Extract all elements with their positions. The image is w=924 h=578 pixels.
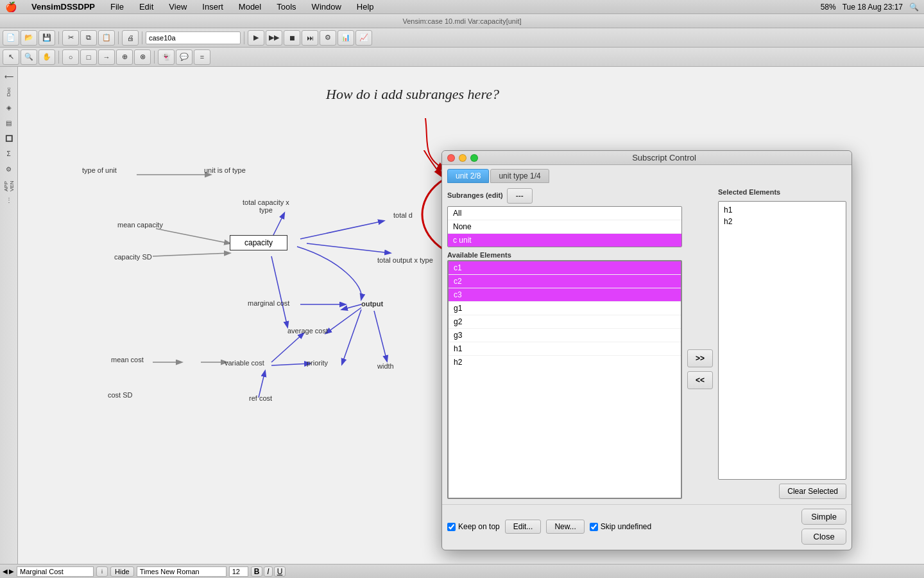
search-icon[interactable]: 🔍 [909, 3, 919, 12]
italic-button[interactable]: I [264, 566, 272, 577]
hide-button[interactable]: Hide [110, 566, 134, 577]
traffic-light-close[interactable] [447, 154, 455, 162]
statusbar: ◀ ▶ Marginal Cost i Hide Times New Roman… [0, 564, 924, 578]
traffic-light-minimize[interactable] [459, 154, 466, 162]
avail-item-h2[interactable]: h2 [449, 356, 681, 369]
sidebar-icon-1[interactable]: ⟵ [2, 69, 16, 83]
menu-view[interactable]: View [165, 0, 191, 13]
toolbar-stop[interactable]: ⏹ [284, 30, 300, 46]
toolbar-ghost[interactable]: 👻 [158, 49, 175, 65]
move-left-button[interactable]: << [687, 371, 713, 389]
svg-line-15 [271, 256, 287, 327]
tab-unit[interactable]: unit 2/8 [447, 169, 489, 183]
svg-line-2 [153, 253, 230, 256]
toolbar-copy[interactable]: ⧉ [80, 30, 97, 46]
menu-window[interactable]: Window [308, 0, 345, 13]
new-button[interactable]: New... [546, 520, 584, 534]
skip-undefined-label: Skip undefined [601, 522, 651, 531]
sidebar-icon-7[interactable]: ⋮ [2, 193, 16, 207]
traffic-light-maximize[interactable] [470, 154, 478, 162]
avail-item-c3[interactable]: c3 [449, 288, 681, 302]
dialog-tabs: unit 2/8 unit type 1/4 [442, 165, 851, 183]
toolbar-paste[interactable]: 📋 [98, 30, 115, 46]
toolbar-zoom[interactable]: 🔍 [21, 49, 37, 65]
toolbar-b5[interactable]: ⊗ [134, 49, 151, 65]
toolbar-step[interactable]: ⏭ [302, 30, 318, 46]
close-button[interactable]: Close [801, 529, 846, 545]
sidebar-icon-3[interactable]: ▤ [2, 116, 16, 130]
toolbar-run[interactable]: ▶ [248, 30, 264, 46]
avail-item-h1[interactable]: h1 [449, 342, 681, 356]
avail-item-c2[interactable]: c2 [449, 275, 681, 288]
menu-file[interactable]: File [107, 0, 128, 13]
menu-model[interactable]: Model [235, 0, 265, 13]
skip-undefined-input[interactable] [590, 523, 598, 531]
sidebar-ven-app[interactable]: VEN APP [2, 177, 16, 191]
toolbar-b2[interactable]: 📊 [338, 30, 354, 46]
tab-unit-type[interactable]: unit type 1/4 [490, 169, 549, 183]
underline-button[interactable]: U [274, 566, 286, 577]
toolbar-b1[interactable]: ⚙ [320, 30, 336, 46]
toolbar-print[interactable]: 🖨 [122, 30, 139, 46]
subranges-item-none[interactable]: None [448, 220, 681, 234]
node-mean-cost: mean cost [111, 356, 144, 363]
toolbar-equation[interactable]: = [194, 49, 210, 65]
toolbar-cut[interactable]: ✂ [62, 30, 79, 46]
avail-item-g1[interactable]: g1 [449, 302, 681, 315]
selected-elem-h2[interactable]: h2 [721, 216, 843, 227]
toolbar-row-1: 📄 📂 💾 ✂ ⧉ 📋 🖨 ▶ ▶▶ ⏹ ⏭ ⚙ 📊 📈 [0, 28, 924, 48]
subranges-item-cunit[interactable]: c unit [448, 234, 681, 247]
avail-item-g2[interactable]: g2 [449, 315, 681, 329]
subranges-label: Subranges (edit) [447, 191, 503, 199]
sidebar-icon-4[interactable]: 🔲 [2, 131, 16, 145]
toolbar-hand[interactable]: ✋ [38, 49, 55, 65]
toolbar-row-2: ↖ 🔍 ✋ ○ □ → ⊕ ⊗ 👻 💬 = [0, 48, 924, 67]
toolbar-save[interactable]: 💾 [38, 30, 55, 46]
subranges-item-all[interactable]: All [448, 207, 681, 220]
move-right-button[interactable]: >> [687, 349, 713, 367]
svg-line-13 [271, 333, 304, 362]
simple-button[interactable]: Simple [801, 509, 846, 525]
toolbar-arrow[interactable]: → [98, 49, 115, 65]
menu-insert[interactable]: Insert [198, 0, 227, 13]
skip-undefined-checkbox[interactable]: Skip undefined [590, 522, 651, 531]
selected-elem-h1[interactable]: h1 [721, 204, 843, 216]
toolbar-new[interactable]: 📄 [3, 30, 19, 46]
dash-button[interactable]: --- [507, 188, 533, 204]
sidebar-icon-6[interactable]: ⚙ [2, 162, 16, 176]
menu-tools[interactable]: Tools [273, 0, 300, 13]
edit-button[interactable]: Edit... [505, 520, 542, 534]
keep-on-top-input[interactable] [447, 523, 456, 531]
toolbar-box[interactable]: □ [80, 49, 97, 65]
toolbar-select[interactable]: ↖ [3, 49, 19, 65]
apple-icon[interactable]: 🍎 [5, 1, 17, 13]
app-name[interactable]: VensimDSSDPP [28, 0, 99, 13]
battery-status: 58% [821, 3, 836, 12]
toolbar-b4[interactable]: ⊕ [116, 49, 133, 65]
toolbar-comment[interactable]: 💬 [176, 49, 193, 65]
sidebar-doc[interactable]: Doc [2, 85, 16, 99]
clear-selected-button[interactable]: Clear Selected [779, 484, 846, 499]
filename-field[interactable] [146, 31, 241, 44]
avail-item-g3[interactable]: g3 [449, 329, 681, 342]
toolbar-open[interactable]: 📂 [21, 30, 37, 46]
bold-button[interactable]: B [251, 566, 263, 577]
title-text: Vensim:case 10.mdi Var:capacity[unit] [402, 17, 521, 25]
toolbar-b3[interactable]: 📈 [355, 30, 372, 46]
sidebar-icon-2[interactable]: ◈ [2, 100, 16, 114]
dialog-footer: Keep on top Edit... New... Skip undefine… [442, 504, 851, 550]
sidebar-icon-5[interactable]: Σ [2, 146, 16, 161]
datetime: Tue 18 Aug 23:17 [843, 3, 903, 12]
toolbar-node[interactable]: ○ [62, 49, 79, 65]
status-info-btn[interactable]: i [96, 566, 108, 577]
selected-elements-label: Selected Elements [718, 188, 846, 196]
menu-edit[interactable]: Edit [135, 0, 157, 13]
toolbar-run2[interactable]: ▶▶ [266, 30, 282, 46]
menu-help[interactable]: Help [353, 0, 378, 13]
keep-on-top-checkbox[interactable]: Keep on top [447, 522, 500, 531]
node-capacity[interactable]: capacity [230, 235, 287, 250]
avail-item-c1[interactable]: c1 [449, 261, 681, 275]
status-arrow-left[interactable]: ◀ [3, 568, 8, 575]
keep-on-top-label: Keep on top [458, 522, 500, 531]
status-arrow-right[interactable]: ▶ [9, 568, 14, 575]
